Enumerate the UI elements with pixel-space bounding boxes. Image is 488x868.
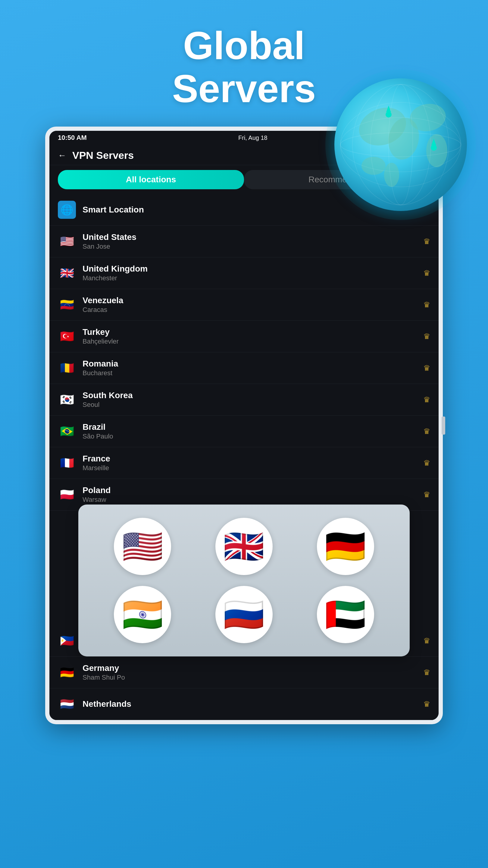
flag-icon: 🇩🇪 <box>58 663 76 681</box>
server-item[interactable]: 🇷🇴 Romania Bucharest ♛ <box>50 352 438 384</box>
globe-svg <box>334 79 467 211</box>
featured-flag-india[interactable]: 🇮🇳 <box>114 586 171 643</box>
premium-crown-icon: ♛ <box>423 332 430 341</box>
flag-icon: 🇬🇧 <box>58 264 76 282</box>
server-info: Romania Bucharest <box>83 359 417 377</box>
server-name: United Kingdom <box>83 264 417 274</box>
server-list-top: 🌐 Smart Location 🇺🇸 United States San Jo… <box>50 194 438 510</box>
featured-flag-germany[interactable]: 🇩🇪 <box>317 518 374 575</box>
server-info: Brazil São Paulo <box>83 422 417 440</box>
server-city: Caracas <box>83 306 417 314</box>
tablet-screen: 10:50 AM Fri, Aug 18 ⊕ ▣ ← VPN Servers A… <box>50 131 438 720</box>
server-item[interactable]: 🇬🇧 United Kingdom Manchester ♛ <box>50 257 438 289</box>
featured-flag-uae[interactable]: 🇦🇪 <box>317 586 374 643</box>
featured-flag-russia[interactable]: 🇷🇺 <box>216 586 272 643</box>
flag-icon: 🇺🇸 <box>58 232 76 250</box>
server-name: Poland <box>83 486 417 495</box>
server-city: Warsaw <box>83 496 417 504</box>
flag-icon: 🇳🇱 <box>58 695 76 713</box>
featured-flags-panel: 🇺🇸🇬🇧🇩🇪🇮🇳🇷🇺🇦🇪 <box>78 504 410 656</box>
smart-location-icon: 🌐 <box>58 201 76 219</box>
server-city: Marseille <box>83 464 417 472</box>
flag-icon: 🇻🇪 <box>58 296 76 314</box>
premium-crown-icon: ♛ <box>423 237 430 246</box>
server-info: Poland Warsaw <box>83 486 417 504</box>
premium-crown-icon: ♛ <box>423 395 430 404</box>
premium-crown-icon: ♛ <box>423 668 430 677</box>
server-info: Germany Sham Shui Po <box>83 663 417 681</box>
flag-icon: 🇰🇷 <box>58 391 76 409</box>
server-city: São Paulo <box>83 433 417 440</box>
hero-title-line1: Global <box>183 24 305 67</box>
server-item[interactable]: 🇹🇷 Turkey Bahçelievler ♛ <box>50 321 438 352</box>
premium-crown-icon: ♛ <box>423 269 430 278</box>
featured-flag-usa[interactable]: 🇺🇸 <box>114 518 171 575</box>
premium-crown-icon: ♛ <box>423 636 430 646</box>
server-item[interactable]: 🇫🇷 France Marseille ♛ <box>50 447 438 479</box>
server-city: Sham Shui Po <box>83 674 417 681</box>
status-time: 10:50 AM <box>58 134 87 142</box>
server-item[interactable]: 🇧🇷 Brazil São Paulo ♛ <box>50 415 438 447</box>
premium-crown-icon: ♛ <box>423 458 430 468</box>
server-item[interactable]: 🇩🇪 Germany Sham Shui Po ♛ <box>50 657 438 688</box>
globe-sphere <box>334 79 467 211</box>
server-name: Venezuela <box>83 296 417 305</box>
server-city: Seoul <box>83 401 417 409</box>
premium-crown-icon: ♛ <box>423 427 430 436</box>
server-info: Turkey Bahçelievler <box>83 327 417 345</box>
svg-point-14 <box>431 145 437 151</box>
flag-icon: 🇫🇷 <box>58 454 76 472</box>
featured-flag-uk[interactable]: 🇬🇧 <box>216 518 272 575</box>
flag-icon: 🇵🇱 <box>58 486 76 504</box>
page-title: VPN Servers <box>72 150 134 161</box>
status-date: Fri, Aug 18 <box>238 134 267 141</box>
server-item[interactable]: 🇳🇱 Netherlands ♛ <box>50 688 438 720</box>
server-name: South Korea <box>83 391 417 400</box>
server-city: Bahçelievler <box>83 338 417 345</box>
server-name: Brazil <box>83 422 417 432</box>
hero-title-line2: Servers <box>172 67 316 111</box>
server-name: France <box>83 454 417 464</box>
server-item[interactable]: 🇺🇸 United States San Jose ♛ <box>50 226 438 257</box>
server-item[interactable]: 🇻🇪 Venezuela Caracas ♛ <box>50 289 438 321</box>
server-city: Bucharest <box>83 369 417 377</box>
server-info: United States San Jose <box>83 232 417 250</box>
flag-icon: 🇧🇷 <box>58 422 76 440</box>
server-city: San Jose <box>83 243 417 250</box>
flag-icon: 🇷🇴 <box>58 359 76 377</box>
tablet-side-button <box>442 416 445 435</box>
tab-all-locations[interactable]: All locations <box>58 170 244 189</box>
back-button[interactable]: ← <box>58 151 66 160</box>
server-name: Netherlands <box>83 699 417 709</box>
server-item[interactable]: 🇰🇷 South Korea Seoul ♛ <box>50 384 438 415</box>
svg-point-4 <box>361 157 386 175</box>
svg-point-12 <box>386 112 392 118</box>
server-info: United Kingdom Manchester <box>83 264 417 282</box>
flag-icon: 🇵🇭 <box>58 632 76 650</box>
premium-crown-icon: ♛ <box>423 700 430 709</box>
premium-crown-icon: ♛ <box>423 364 430 373</box>
premium-crown-icon: ♛ <box>423 490 430 499</box>
globe-decoration <box>334 79 467 211</box>
server-name: Turkey <box>83 327 417 337</box>
server-info: Venezuela Caracas <box>83 296 417 314</box>
flags-panel-spacer: 🇺🇸🇬🇧🇩🇪🇮🇳🇷🇺🇦🇪 <box>50 510 438 625</box>
server-name: United States <box>83 232 417 242</box>
server-name: Germany <box>83 663 417 673</box>
server-info: South Korea Seoul <box>83 391 417 409</box>
premium-crown-icon: ♛ <box>423 300 430 310</box>
server-info: Netherlands <box>83 699 417 709</box>
server-name: Romania <box>83 359 417 369</box>
flag-icon: 🇹🇷 <box>58 327 76 345</box>
server-info: France Marseille <box>83 454 417 472</box>
server-city: Manchester <box>83 274 417 282</box>
